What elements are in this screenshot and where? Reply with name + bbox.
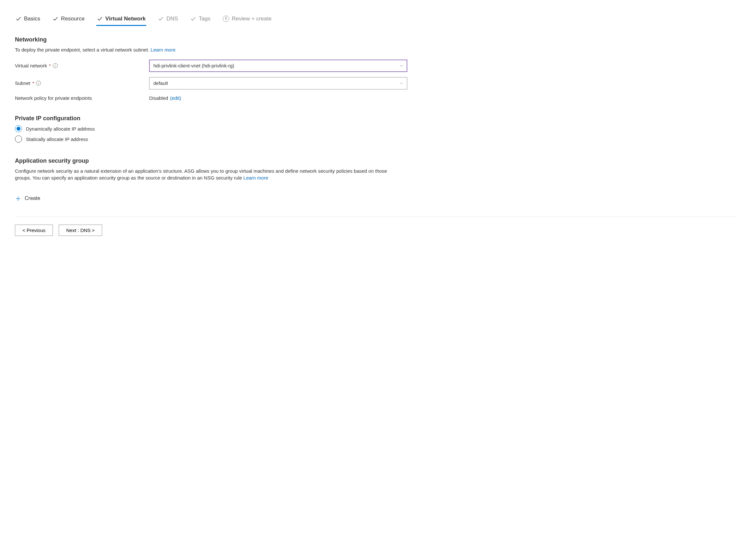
- radio-icon: [15, 136, 22, 143]
- tab-label: Virtual Network: [105, 15, 145, 23]
- check-icon: [53, 16, 58, 22]
- check-icon: [190, 16, 196, 22]
- tab-label: DNS: [166, 15, 178, 23]
- virtual-network-row: Virtual network * i hdi-privlink-client-…: [15, 60, 735, 72]
- create-label: Create: [25, 195, 40, 202]
- check-icon: [16, 16, 21, 22]
- tab-virtual-network[interactable]: Virtual Network: [96, 13, 146, 26]
- required-indicator: *: [33, 80, 34, 86]
- check-icon: [158, 16, 164, 22]
- virtual-network-select[interactable]: hdi-privlink-client-vnet (hdi-privlink-r…: [149, 60, 407, 72]
- step-number-icon: 6: [223, 16, 229, 22]
- check-icon: [97, 16, 103, 22]
- tab-resource[interactable]: Resource: [52, 13, 85, 26]
- tab-review-create[interactable]: 6 Review + create: [222, 13, 272, 26]
- wizard-tabs: Basics Resource Virtual Network DNS Tags…: [15, 13, 735, 26]
- networking-learn-more-link[interactable]: Learn more: [151, 47, 176, 53]
- network-policy-label: Network policy for private endpoints: [15, 95, 149, 101]
- required-indicator: *: [49, 62, 51, 69]
- tab-dns[interactable]: DNS: [157, 13, 179, 26]
- network-policy-value: Disabled: [149, 95, 168, 101]
- next-button[interactable]: Next : DNS >: [59, 225, 102, 236]
- radio-label: Dynamically allocate IP address: [26, 125, 95, 132]
- radio-dynamic-ip[interactable]: Dynamically allocate IP address: [15, 125, 735, 132]
- virtual-network-label: Virtual network * i: [15, 62, 149, 69]
- network-policy-edit-link[interactable]: (edit): [170, 95, 181, 101]
- networking-heading: Networking: [15, 36, 735, 44]
- create-asg-button[interactable]: Create: [15, 195, 40, 202]
- plus-icon: [15, 195, 21, 202]
- chevron-down-icon: [399, 81, 404, 86]
- wizard-footer: < Previous Next : DNS >: [15, 216, 735, 236]
- previous-button[interactable]: < Previous: [15, 225, 53, 236]
- asg-learn-more-link[interactable]: Learn more: [243, 175, 269, 181]
- network-policy-row: Network policy for private endpoints Dis…: [15, 95, 735, 101]
- asg-description: Configure network security as a natural …: [15, 168, 404, 181]
- select-value: default: [153, 80, 168, 86]
- chevron-down-icon: [399, 63, 404, 68]
- radio-icon: [15, 125, 22, 132]
- networking-description: To deploy the private endpoint, select a…: [15, 46, 404, 53]
- radio-label: Statically allocate IP address: [26, 136, 88, 143]
- tab-label: Review + create: [232, 15, 271, 23]
- ip-allocation-radio-group: Dynamically allocate IP address Statical…: [15, 125, 735, 143]
- subnet-row: Subnet * i default: [15, 77, 735, 89]
- subnet-label: Subnet * i: [15, 80, 149, 86]
- tab-tags[interactable]: Tags: [190, 13, 211, 26]
- ipconfig-heading: Private IP configuration: [15, 115, 735, 123]
- radio-static-ip[interactable]: Statically allocate IP address: [15, 136, 735, 143]
- info-icon[interactable]: i: [53, 63, 58, 68]
- tab-basics[interactable]: Basics: [15, 13, 41, 26]
- info-icon[interactable]: i: [36, 81, 41, 86]
- select-value: hdi-privlink-client-vnet (hdi-privlink-r…: [153, 62, 234, 69]
- tab-label: Basics: [24, 15, 40, 23]
- asg-heading: Application security group: [15, 157, 735, 165]
- subnet-select[interactable]: default: [149, 77, 407, 89]
- tab-label: Resource: [61, 15, 85, 23]
- tab-label: Tags: [199, 15, 211, 23]
